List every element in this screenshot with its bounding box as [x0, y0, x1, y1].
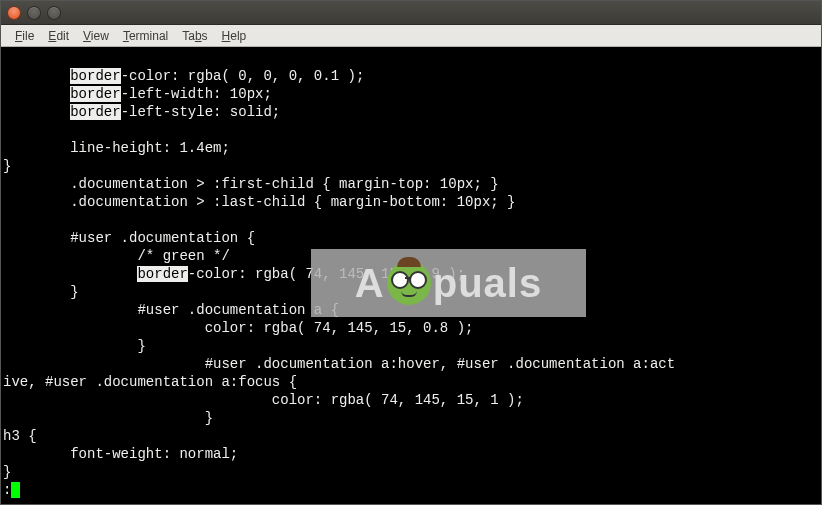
menu-terminal[interactable]: Terminal [117, 27, 174, 45]
cursor-icon [11, 482, 20, 498]
code-line: #user .documentation a { [3, 302, 339, 318]
code-line: } [3, 158, 11, 174]
code-line: } [3, 338, 146, 354]
terminal-viewport[interactable]: border-color: rgba( 0, 0, 0, 0.1 ); bord… [1, 47, 821, 505]
watermark-overlay: A puals [311, 249, 586, 317]
search-highlight: border [70, 104, 120, 120]
code-line: } [3, 284, 79, 300]
code-line: ive, #user .documentation a:focus { [3, 374, 297, 390]
search-highlight: border [70, 86, 120, 102]
code-line: } [3, 410, 213, 426]
code-line: border-left-width: 10px; [3, 86, 272, 102]
code-line: #user .documentation a:hover, #user .doc… [3, 356, 675, 372]
menu-view[interactable]: View [77, 27, 115, 45]
window-controls [7, 6, 61, 20]
menu-help[interactable]: Help [216, 27, 253, 45]
maximize-icon[interactable] [47, 6, 61, 20]
code-line: h3 { [3, 428, 37, 444]
code-line: font-weight: normal; [3, 446, 238, 462]
minimize-icon[interactable] [27, 6, 41, 20]
code-line: color: rgba( 74, 145, 15, 1 ); [3, 392, 524, 408]
nerd-face-icon [387, 261, 431, 305]
code-line: .documentation > :last-child { margin-bo… [3, 194, 515, 210]
vi-prompt-line: : [3, 482, 20, 498]
menu-file[interactable]: File [9, 27, 40, 45]
code-line: #user .documentation { [3, 230, 255, 246]
watermark-text-prefix: A [355, 274, 385, 292]
menu-tabs[interactable]: Tabs [176, 27, 213, 45]
code-line: border-left-style: solid; [3, 104, 280, 120]
close-icon[interactable] [7, 6, 21, 20]
search-highlight: border [70, 68, 120, 84]
search-highlight: border [137, 266, 187, 282]
code-line: border-color: rgba( 0, 0, 0, 0.1 ); [3, 68, 364, 84]
window-titlebar [1, 1, 821, 25]
code-line: line-height: 1.4em; [3, 140, 230, 156]
menu-edit[interactable]: Edit [42, 27, 75, 45]
code-line: /* green */ [3, 248, 230, 264]
menubar: File Edit View Terminal Tabs Help [1, 25, 821, 47]
code-line: } [3, 464, 11, 480]
code-line: .documentation > :first-child { margin-t… [3, 176, 499, 192]
